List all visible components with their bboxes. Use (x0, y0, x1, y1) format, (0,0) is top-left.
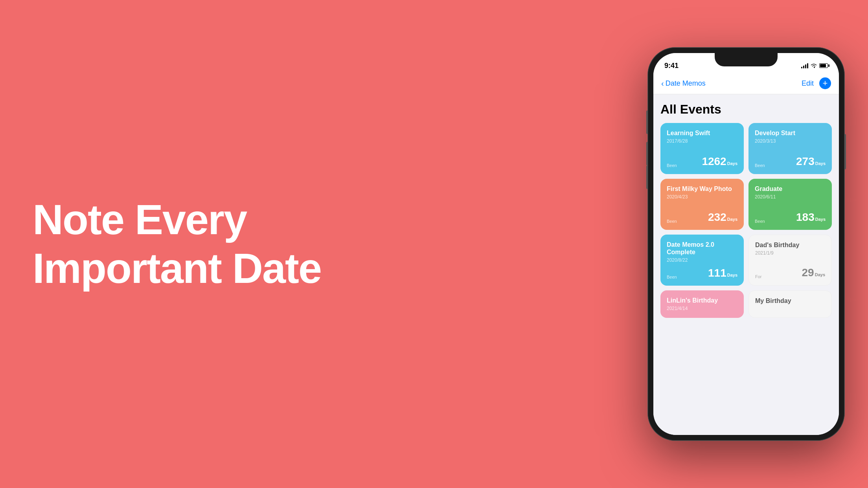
card-label: Been (755, 163, 765, 168)
card-title: My Birthday (755, 297, 825, 305)
wifi-icon (811, 63, 817, 68)
edit-button[interactable]: Edit (802, 79, 814, 88)
card-bottom: Been 183 Days (755, 211, 826, 224)
card-title: Graduate (755, 185, 826, 193)
hero-line2: Important Date (33, 244, 321, 293)
card-first-milky-way[interactable]: First Milky Way Photo 2020/4/23 Been 232… (660, 179, 744, 230)
card-label: Been (755, 219, 765, 224)
card-my-birthday[interactable]: My Birthday (748, 290, 832, 318)
hero-line1: Note Every (33, 195, 321, 244)
card-number: 29 (802, 266, 814, 279)
nav-bar: ‹ Date Memos Edit + (653, 73, 839, 94)
card-days: 232 Days (708, 211, 737, 224)
card-bottom: Been 273 Days (755, 155, 826, 168)
card-linlin-birthday[interactable]: LinLin's Birthday 2021/4/14 (660, 290, 744, 318)
card-days-suffix: Days (815, 161, 826, 166)
card-date: 2021/4/14 (667, 306, 737, 311)
card-bottom: Been 111 Days (667, 267, 737, 279)
phone-body: 9:41 (648, 48, 844, 440)
back-button[interactable]: ‹ Date Memos (661, 79, 706, 88)
content-area: All Events Learning Swift 2017/6/28 Been… (653, 94, 839, 435)
card-graduate[interactable]: Graduate 2020/6/11 Been 183 Days (748, 179, 832, 230)
card-bottom: Been 232 Days (667, 211, 737, 224)
status-icons (801, 63, 828, 68)
card-date: 2017/6/28 (667, 138, 737, 144)
card-title: LinLin's Birthday (667, 297, 737, 304)
card-title: Develop Start (755, 129, 826, 137)
page-title: All Events (660, 102, 832, 117)
phone-screen: 9:41 (653, 53, 839, 435)
card-days-suffix: Days (727, 217, 737, 222)
card-bottom: Been 1262 Days (667, 155, 737, 168)
status-time: 9:41 (664, 62, 679, 70)
card-date: 2021/1/9 (755, 250, 825, 256)
card-days-suffix: Days (727, 273, 737, 277)
card-days-suffix: Days (727, 161, 737, 166)
card-number: 273 (796, 155, 815, 168)
card-number: 183 (796, 211, 815, 224)
add-button[interactable]: + (819, 77, 831, 89)
card-title: Dad's Birthday (755, 241, 825, 249)
card-learning-swift[interactable]: Learning Swift 2017/6/28 Been 1262 Days (660, 123, 744, 174)
card-date: 2020/8/22 (667, 257, 737, 263)
card-days: 183 Days (796, 211, 826, 224)
nav-right-buttons: Edit + (802, 77, 831, 89)
card-days: 273 Days (796, 155, 826, 168)
chevron-left-icon: ‹ (661, 79, 664, 88)
hero-section: Note Every Important Date (0, 0, 354, 488)
card-days: 1262 Days (702, 155, 737, 168)
card-date: 2020/3/13 (755, 138, 826, 144)
cards-grid: Learning Swift 2017/6/28 Been 1262 Days (660, 123, 832, 318)
card-dads-birthday[interactable]: Dad's Birthday 2021/1/9 For 29 Days (748, 235, 832, 286)
card-days: 111 Days (708, 267, 737, 279)
card-bottom: For 29 Days (755, 266, 825, 279)
card-title: Learning Swift (667, 129, 737, 137)
card-label: Been (667, 275, 677, 279)
card-number: 1262 (702, 155, 726, 168)
card-title: First Milky Way Photo (667, 185, 737, 193)
card-title: Date Memos 2.0 Complete (667, 241, 737, 256)
card-label: For (755, 274, 762, 279)
card-number: 232 (708, 211, 726, 224)
phone-mockup: 9:41 (648, 48, 844, 440)
card-date: 2020/6/11 (755, 194, 826, 200)
card-label: Been (667, 219, 677, 224)
card-number: 111 (708, 267, 726, 279)
card-develop-start[interactable]: Develop Start 2020/3/13 Been 273 Days (748, 123, 832, 174)
card-date-memos-complete[interactable]: Date Memos 2.0 Complete 2020/8/22 Been 1… (660, 235, 744, 286)
card-date: 2020/4/23 (667, 194, 737, 200)
card-days: 29 Days (802, 266, 825, 279)
card-label: Been (667, 163, 677, 168)
battery-icon (819, 63, 828, 68)
signal-icon (801, 63, 808, 68)
card-days-suffix: Days (815, 217, 826, 222)
card-days-suffix: Days (815, 272, 825, 277)
back-label: Date Memos (666, 79, 706, 88)
phone-notch (715, 53, 778, 66)
hero-text: Note Every Important Date (33, 195, 321, 293)
